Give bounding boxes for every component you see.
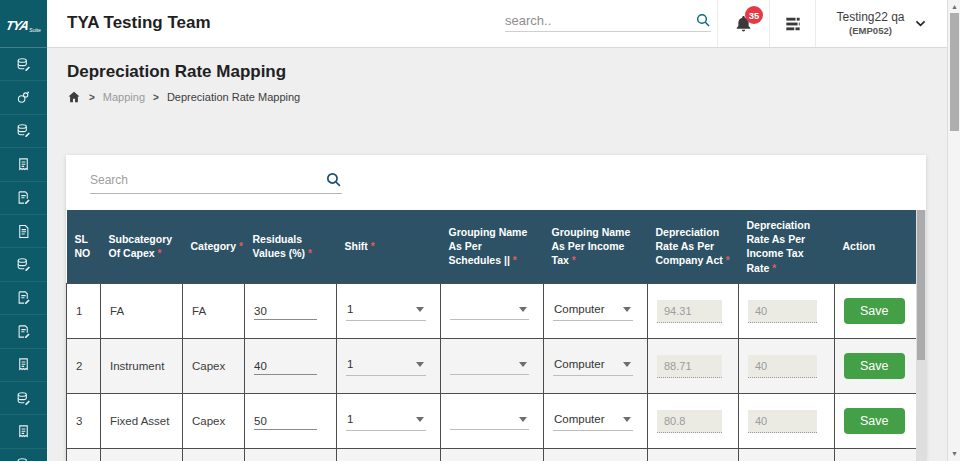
coins-icon bbox=[16, 90, 31, 105]
app-title: TYA Testing Team bbox=[67, 13, 211, 33]
table-scrollbar-thumb[interactable] bbox=[917, 210, 925, 360]
sidebar-item-1[interactable] bbox=[0, 48, 47, 81]
page-scrollbar[interactable]: ▲ ▼ bbox=[947, 0, 960, 461]
table-search-input[interactable] bbox=[90, 173, 325, 187]
sidebar-item-10[interactable] bbox=[0, 349, 47, 382]
save-button[interactable]: Save bbox=[844, 298, 905, 324]
notifications-button[interactable]: 35 bbox=[717, 0, 769, 47]
col-dep-company-act: Depreciation Rate As Per Company Act* bbox=[648, 210, 739, 284]
global-search-input[interactable] bbox=[505, 13, 695, 28]
grouping-income-tax-select[interactable]: Computer bbox=[553, 356, 633, 376]
scroll-up-arrow[interactable]: ▲ bbox=[948, 0, 960, 12]
col-grouping-income-tax: Grouping Name As Per Income Tax* bbox=[544, 210, 648, 284]
search-icon[interactable] bbox=[325, 171, 342, 188]
file-edit-icon bbox=[16, 290, 31, 305]
col-residuals: Residuals Values (%)* bbox=[245, 210, 337, 284]
sidebar-item-7[interactable] bbox=[0, 248, 47, 281]
cell-sl: 3 bbox=[67, 394, 101, 449]
receipt-icon bbox=[16, 157, 31, 172]
table-scrollbar[interactable] bbox=[916, 210, 926, 461]
table-search bbox=[90, 171, 342, 194]
cell-subcategory: Fixed Asset bbox=[101, 394, 183, 449]
database-edit-icon bbox=[16, 391, 31, 406]
app-root: TYA Suite TYA Testing Team 35 bbox=[0, 0, 960, 461]
table-row: 3 Fixed Asset Capex 1 Computer Save bbox=[67, 394, 917, 449]
breadcrumb-mapping[interactable]: Mapping bbox=[103, 91, 145, 103]
page-title: Depreciation Rate Mapping bbox=[67, 62, 286, 82]
dep-income-tax-input bbox=[748, 410, 817, 433]
logo-suffix: Suite bbox=[29, 27, 40, 33]
shift-select[interactable]: 1 bbox=[346, 411, 426, 431]
sidebar-item-12[interactable] bbox=[0, 415, 47, 448]
residuals-input[interactable] bbox=[254, 358, 317, 375]
mapping-table: SL NO Subcategory Of Capex* Category* Re… bbox=[66, 210, 916, 461]
database-edit-icon bbox=[16, 257, 31, 272]
sidebar-item-11[interactable] bbox=[0, 382, 47, 415]
file-edit-icon bbox=[16, 190, 31, 205]
shift-select[interactable]: 1 bbox=[346, 356, 426, 376]
user-menu[interactable]: Testing22 qa (EMP052) bbox=[815, 0, 947, 47]
cell-sl: 2 bbox=[67, 339, 101, 394]
shift-select[interactable]: 1 bbox=[346, 301, 426, 321]
scroll-down-arrow[interactable]: ▼ bbox=[948, 447, 960, 459]
cell-category: FA bbox=[183, 449, 245, 461]
sidebar-item-13[interactable] bbox=[0, 449, 47, 461]
table-header-row: SL NO Subcategory Of Capex* Category* Re… bbox=[67, 210, 917, 284]
grouping-schedules-select[interactable] bbox=[450, 358, 529, 375]
caret-down-icon bbox=[623, 307, 631, 312]
cell-subcategory: Instrument bbox=[101, 339, 183, 394]
cell-category: Capex bbox=[183, 339, 245, 394]
caret-down-icon bbox=[623, 417, 631, 422]
sidebar-item-8[interactable] bbox=[0, 282, 47, 315]
user-name: Testing22 qa bbox=[836, 10, 904, 25]
sidebar-item-9[interactable] bbox=[0, 315, 47, 348]
receipt-icon bbox=[16, 357, 31, 372]
breadcrumb-separator: > bbox=[153, 92, 159, 103]
dep-company-act-input bbox=[657, 300, 722, 323]
sidebar-item-3[interactable] bbox=[0, 115, 47, 148]
topbar: TYA Testing Team 35 Testing22 qa (EMP052… bbox=[47, 0, 947, 48]
database-edit-icon bbox=[16, 457, 31, 461]
cell-category: FA bbox=[183, 284, 245, 339]
caret-down-icon bbox=[623, 362, 631, 367]
page-scrollbar-thumb[interactable] bbox=[950, 13, 959, 131]
chevron-down-icon bbox=[914, 17, 927, 30]
apps-menu-button[interactable] bbox=[769, 0, 815, 47]
caret-down-icon bbox=[416, 362, 424, 367]
sidebar-item-5[interactable] bbox=[0, 182, 47, 215]
sidebar: TYA Suite bbox=[0, 0, 47, 461]
user-info: Testing22 qa (EMP052) bbox=[836, 10, 904, 37]
grouping-schedules-select[interactable] bbox=[450, 413, 529, 430]
cell-subcategory: FA bbox=[101, 284, 183, 339]
save-button[interactable]: Save bbox=[844, 408, 905, 434]
file-edit-icon bbox=[16, 324, 31, 339]
col-subcategory: Subcategory Of Capex* bbox=[101, 210, 183, 284]
col-action: Action bbox=[835, 210, 917, 284]
residuals-input[interactable] bbox=[254, 413, 317, 430]
logo-text: TYA bbox=[5, 18, 30, 33]
table-row: 1 FA FA 1 Computer Save bbox=[67, 284, 917, 339]
dep-company-act-input bbox=[657, 355, 722, 378]
logo[interactable]: TYA Suite bbox=[0, 0, 47, 48]
breadcrumb: > Mapping > Depreciation Rate Mapping bbox=[67, 90, 300, 104]
col-shift: Shift* bbox=[337, 210, 441, 284]
sidebar-item-4[interactable] bbox=[0, 148, 47, 181]
save-button[interactable]: Save bbox=[844, 353, 905, 379]
database-edit-icon bbox=[16, 57, 31, 72]
dep-income-tax-input bbox=[748, 355, 817, 378]
grouping-income-tax-select[interactable]: Computer bbox=[553, 411, 633, 431]
grouping-schedules-select[interactable] bbox=[450, 303, 529, 320]
cell-category: Capex bbox=[183, 394, 245, 449]
search-icon[interactable] bbox=[695, 12, 711, 28]
col-category: Category* bbox=[183, 210, 245, 284]
sidebar-item-6[interactable] bbox=[0, 215, 47, 248]
col-grouping-schedules: Grouping Name As Per Schedules ||* bbox=[441, 210, 544, 284]
residuals-input[interactable] bbox=[254, 303, 317, 320]
notification-badge: 35 bbox=[745, 6, 763, 24]
cell-sl: 4 bbox=[67, 449, 101, 461]
database-edit-icon bbox=[16, 123, 31, 138]
grouping-income-tax-select[interactable]: Computer bbox=[553, 301, 633, 321]
home-icon[interactable] bbox=[67, 90, 81, 104]
sidebar-item-2[interactable] bbox=[0, 81, 47, 114]
breadcrumb-separator: > bbox=[89, 92, 95, 103]
